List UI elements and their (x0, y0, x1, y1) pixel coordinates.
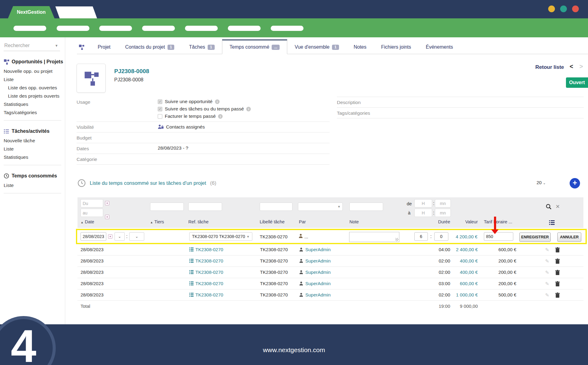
chevron-down-icon[interactable]: ▼ (55, 44, 58, 47)
trash-icon[interactable] (555, 292, 560, 298)
cell-ref-link[interactable]: TK2308-0270 (189, 247, 223, 252)
checkbox-suivre-opportunite[interactable]: ✓ (158, 99, 162, 104)
sidebar-item-liste-temps[interactable]: Liste (4, 181, 65, 189)
cell-ref-link[interactable]: TK2308-0270 (189, 281, 223, 286)
status-open-button[interactable]: Ouvert (566, 77, 588, 88)
info-icon[interactable]: i (218, 114, 223, 119)
calendar-icon[interactable] (105, 201, 109, 205)
col-libelle-tache[interactable]: Libellé tâche (260, 219, 285, 224)
cell-par-link[interactable]: SuperAdmin (299, 258, 331, 263)
cell-ref-link[interactable]: TK2308-0270 (189, 270, 223, 275)
checkbox-facturer-temps[interactable] (158, 114, 162, 119)
nav-pill[interactable] (13, 26, 46, 31)
cell-ref-link[interactable]: TK2308-0270 (189, 258, 223, 263)
edit-pencil-icon[interactable]: ✎ (545, 281, 549, 287)
checkbox-suivre-taches[interactable]: ✓ (158, 107, 162, 111)
edit-pencil-icon[interactable]: ✎ (545, 247, 549, 253)
cell-par-link[interactable]: SuperAdmin (299, 247, 331, 252)
tab-notes[interactable]: Notes (346, 40, 374, 54)
nav-pill[interactable] (57, 26, 89, 31)
columns-list-icon[interactable] (549, 220, 555, 225)
chevron-left-icon[interactable]: < (570, 63, 573, 70)
nav-pill[interactable] (271, 26, 303, 31)
nav-pill[interactable] (99, 26, 132, 31)
chevron-right-icon[interactable]: > (579, 63, 583, 70)
window-dot-red-icon[interactable] (572, 6, 579, 12)
cancel-button[interactable]: ANNULER (557, 233, 581, 242)
col-duree[interactable]: Durée (424, 219, 450, 224)
cell-par-link[interactable]: SuperAdmin (299, 270, 331, 275)
sidebar-item-statistiques-taches[interactable]: Statistiques (4, 153, 65, 161)
col-par[interactable]: Par (299, 219, 306, 224)
edit-pencil-icon[interactable]: ✎ (545, 292, 549, 298)
filter-par-select[interactable]: ▼ (298, 203, 343, 211)
page-size-select[interactable]: 20⌄ (537, 180, 546, 185)
tab-evenements[interactable]: Événements (418, 40, 460, 54)
project-code-title[interactable]: PJ2308-0008 (114, 68, 149, 75)
filter-minute-from-input[interactable] (435, 199, 451, 207)
edit-hour-select[interactable]: ⌄ (115, 232, 125, 241)
trash-icon[interactable] (555, 281, 560, 286)
sidebar-item-statistiques-opp[interactable]: Statistiques (4, 100, 65, 108)
edit-minute-select[interactable]: ⌄ (129, 232, 144, 241)
tab-taches[interactable]: Tâches1 (182, 40, 222, 54)
brand-logo[interactable]: NextGestion (8, 6, 55, 18)
nav-pill[interactable] (228, 26, 261, 31)
filter-hour-to-input[interactable] (414, 209, 432, 217)
project-sitemap-tab[interactable] (77, 40, 90, 54)
tab-fichiers-joints[interactable]: Fichiers joints (374, 40, 418, 54)
save-button[interactable]: ENREGISTRER (519, 233, 551, 242)
filter-libelle-input[interactable] (260, 203, 292, 211)
info-icon[interactable]: i (246, 107, 251, 111)
col-ref-tache[interactable]: Ref. tâche (188, 219, 209, 224)
edit-pencil-icon[interactable]: ✎ (545, 270, 549, 275)
back-to-list-link[interactable]: Retour liste (535, 64, 564, 70)
window-dot-teal-icon[interactable] (560, 6, 567, 12)
filter-minute-to-input[interactable] (435, 209, 451, 217)
sidebar-item-liste-taches[interactable]: Liste (4, 145, 65, 153)
filter-note-input[interactable] (349, 203, 383, 211)
window-dot-yellow-icon[interactable] (548, 6, 555, 12)
calendar-icon[interactable] (108, 234, 112, 239)
nav-pill[interactable] (142, 26, 175, 31)
filter-date-from-input[interactable] (81, 199, 103, 207)
sidebar-item-liste-opp[interactable]: Liste (4, 75, 65, 84)
col-date[interactable]: ▲Date (81, 219, 94, 224)
sidebar-item-liste-opp-ouvertes[interactable]: Liste des opp. ouvertes (4, 84, 65, 92)
trash-icon[interactable] (555, 259, 560, 264)
filter-date-to-input[interactable] (81, 209, 103, 217)
edit-duration-hours-input[interactable] (414, 232, 428, 241)
add-time-entry-button[interactable]: + (570, 178, 580, 188)
calendar-icon[interactable] (105, 215, 109, 219)
clear-filter-icon[interactable]: ✕ (556, 203, 560, 210)
sidebar-item-tags-categories[interactable]: Tags/catégories (4, 108, 65, 117)
sidebar-item-nouvelle-opp[interactable]: Nouvelle opp. ou projet (4, 67, 65, 75)
sidebar-item-liste-projets-ouverts[interactable]: Liste des projets ouverts (4, 92, 65, 100)
trash-icon[interactable] (555, 247, 560, 252)
edit-task-select[interactable]: TK2308-0270 TK2308-0270 ▼ (189, 232, 252, 241)
col-tiers[interactable]: ▲Tiers (150, 219, 164, 224)
nav-pill[interactable] (185, 26, 218, 31)
filter-hour-from-input[interactable] (414, 199, 432, 207)
col-valeur[interactable]: Valeur (454, 219, 478, 224)
trash-icon[interactable] (555, 270, 560, 275)
footer-url[interactable]: www.nextgestion.com (0, 346, 588, 354)
search-icon[interactable] (545, 203, 552, 210)
tab-contacts-du-projet[interactable]: Contacts du projet1 (118, 40, 182, 54)
tab-vue-densemble[interactable]: Vue d'ensemble1 (287, 40, 346, 54)
cell-par-link[interactable]: SuperAdmin (299, 281, 331, 286)
filter-ref-tache-input[interactable] (188, 203, 222, 211)
cell-par-link[interactable]: SuperAdmin (299, 292, 331, 297)
edit-pencil-icon[interactable]: ✎ (545, 258, 549, 264)
tab-temps-consomme[interactable]: Temps consommé... (222, 39, 288, 54)
col-note[interactable]: Note (349, 219, 359, 224)
sidebar-item-nouvelle-tache[interactable]: Nouvelle tâche (4, 136, 65, 145)
edit-note-textarea[interactable] (349, 232, 399, 242)
edit-date-input[interactable] (81, 232, 106, 241)
edit-hourly-rate-input[interactable] (484, 232, 513, 241)
tab-projet[interactable]: Projet (90, 40, 118, 54)
search-input[interactable]: Rechercher ▼ (4, 41, 60, 51)
info-icon[interactable]: i (215, 99, 220, 104)
cell-ref-link[interactable]: TK2308-0270 (189, 292, 223, 297)
filter-tiers-input[interactable] (150, 203, 184, 211)
